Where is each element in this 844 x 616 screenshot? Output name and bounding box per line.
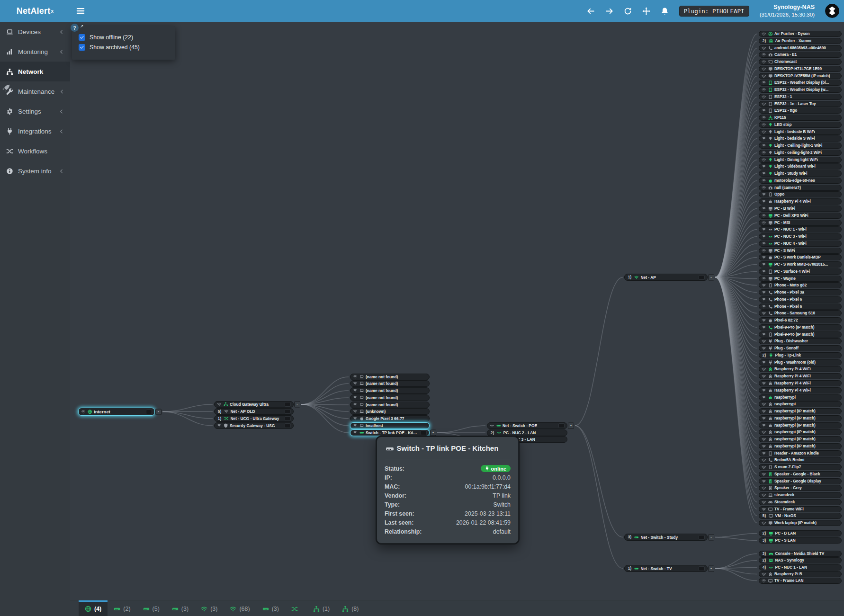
device-node[interactable]: null (camera?) — [759, 185, 842, 191]
device-node[interactable]: Raspberry Pi 4 WiFi — [759, 198, 842, 205]
device-node[interactable]: 3)Console - Nvidia Shield TV — [759, 551, 842, 557]
bell-icon[interactable] — [661, 7, 669, 15]
device-node[interactable]: Speaker - Grey — [759, 485, 842, 491]
device-node[interactable]: 3)Net - Switch - Study- — [624, 534, 708, 541]
device-node[interactable]: DESKTOP-H71L7GE 1E99 — [759, 66, 842, 72]
device-node[interactable]: 2)Air Purifier - Xiaomi — [759, 38, 842, 44]
device-node[interactable]: Speaker - Google - Black — [759, 471, 842, 477]
device-node[interactable]: 1)Net - AP- — [624, 274, 708, 281]
subnet-tab-lan-9[interactable]: (8) — [336, 600, 365, 616]
subnet-tab-switch-1[interactable]: (2) — [108, 600, 136, 616]
sidebar-item-monitoring[interactable]: Monitoring — [0, 42, 70, 62]
filter-checkbox-row[interactable]: Show offline (22) — [79, 34, 170, 41]
device-node[interactable]: steamdeck — [759, 492, 842, 498]
device-node[interactable]: Internet- — [78, 408, 155, 416]
collapse-button[interactable]: - — [708, 565, 714, 571]
subnet-tab-shuffle-7[interactable] — [285, 600, 307, 616]
device-node[interactable]: Light - bedside S WiFi — [759, 135, 842, 142]
device-node[interactable]: Light - bedside B WiFi — [759, 129, 842, 135]
device-node[interactable]: Work laptop (IP match) — [759, 520, 842, 526]
refresh-icon[interactable] — [624, 7, 632, 15]
subnet-tab-lan-8[interactable]: (1) — [307, 600, 336, 616]
device-node[interactable]: TV - Frame WiFi — [759, 506, 842, 512]
device-node[interactable]: Chromecast — [759, 59, 842, 65]
collapse-button[interactable]: - — [708, 274, 714, 280]
arrow-left-icon[interactable] — [587, 7, 595, 15]
collapse-button[interactable]: - — [568, 423, 574, 429]
device-node[interactable]: Phone - Pixel 6 — [759, 304, 842, 310]
subnet-tab-switch-6[interactable]: (3) — [256, 600, 285, 616]
device-node[interactable]: 1)Net - UCG - Ultra Gateway — [214, 415, 294, 422]
device-node[interactable]: ESP32 - Weather Display (w... — [759, 87, 842, 93]
device-node[interactable]: raspberrypi (IP match) — [759, 443, 842, 449]
hamburger-menu-icon[interactable] — [76, 6, 85, 16]
device-node[interactable]: Speaker - Google Display — [759, 478, 842, 484]
device-node[interactable]: Light - ceiling-light-2 WiFi — [759, 150, 842, 156]
user-avatar[interactable] — [825, 4, 839, 18]
device-node[interactable]: ESP32 - 1 — [759, 94, 842, 100]
collapse-button[interactable]: - — [155, 409, 162, 415]
device-node[interactable]: Cloud Gateway Ultra- — [214, 401, 294, 408]
device-node[interactable]: 2)NAS - Synology — [759, 557, 842, 563]
device-node[interactable]: motorola-edge-50-neo — [759, 178, 842, 184]
collapse-button[interactable]: - — [294, 402, 300, 408]
checkbox-checked-icon[interactable] — [79, 44, 85, 51]
device-node[interactable]: raspberrypi (IP match) — [759, 422, 842, 429]
device-node[interactable]: ESP32 - 1n - Laser Toy — [759, 101, 842, 107]
device-node[interactable]: Net - Switch - POE- — [487, 422, 567, 429]
device-node[interactable]: Raspberry Pi B — [759, 571, 842, 577]
device-node[interactable]: Phone - Pixel 6 — [759, 296, 842, 303]
device-node[interactable]: Steamdeck — [759, 499, 842, 505]
device-node[interactable]: S mum Z-Flip7 — [759, 464, 842, 470]
help-icon[interactable]: ? — [71, 24, 79, 32]
device-node[interactable]: KP115 — [759, 115, 842, 121]
device-node[interactable]: PC - B WiFi — [759, 205, 842, 212]
device-node[interactable]: Switch - TP link POE - Kitchen- — [350, 429, 430, 436]
device-node[interactable]: Raspberry Pi 4 WiFi — [759, 373, 842, 379]
device-node[interactable]: LED strip — [759, 122, 842, 128]
device-node[interactable]: (unknown) — [350, 408, 430, 415]
device-node[interactable]: Plug - Sonoff — [759, 345, 842, 351]
device-node[interactable]: raspberrypi — [759, 394, 842, 401]
device-node[interactable]: Light - Ceiling-light-1 WiFi — [759, 143, 842, 149]
move-icon[interactable] — [642, 7, 650, 15]
device-node[interactable]: Pixel-6 82:72 — [759, 317, 842, 323]
device-node[interactable]: PC - NUC 4 - WiFi — [759, 241, 842, 247]
device-node[interactable]: Google Pixel 3 66:77 — [350, 415, 430, 422]
device-node[interactable]: raspberrypi (IP match) — [759, 408, 842, 414]
device-node[interactable]: Security Gateway - USG — [214, 422, 294, 429]
sidebar-item-maintenance[interactable]: Maintenance — [0, 81, 70, 101]
filter-checkbox-row[interactable]: Show archived (45) — [79, 44, 170, 51]
device-node[interactable]: localhost — [350, 422, 430, 429]
device-node[interactable]: Camera - E1 — [759, 52, 842, 58]
device-node[interactable]: Redmi5A-Redmi — [759, 457, 842, 463]
device-node[interactable]: Plug - Dishwasher — [759, 338, 842, 344]
subnet-tab-wifi-5[interactable]: (68) — [224, 600, 256, 616]
device-node[interactable]: 4)PC - NUC 1 - LAN — [759, 564, 842, 571]
device-node[interactable]: Air Purifier - Dyson — [759, 31, 842, 37]
device-node[interactable]: raspberrypi (IP match) — [759, 436, 842, 442]
device-node[interactable]: 2)PC - NUC 2 - LAN — [487, 429, 567, 436]
sidebar-item-workflows[interactable]: Workflows — [0, 141, 70, 161]
sidebar-item-network[interactable]: Network — [0, 62, 70, 81]
device-node[interactable]: android-68608b93-a00e4690 — [759, 45, 842, 51]
sidebar-item-system-info[interactable]: System info — [0, 161, 70, 181]
rocket-icon[interactable] — [2, 84, 10, 92]
device-node[interactable]: (name not found) — [350, 402, 430, 408]
device-node[interactable]: Light - Sideboard WiFi — [759, 163, 842, 170]
device-node[interactable]: 2)PC - B LAN — [759, 530, 842, 536]
plugin-status-badge[interactable]: Plugin: PIHOLEAPI — [679, 6, 749, 17]
sidebar-item-devices[interactable]: Devices — [0, 22, 70, 42]
device-node[interactable]: 5)Net - AP OLD — [214, 408, 294, 415]
device-node[interactable]: PC - Wayne — [759, 276, 842, 282]
subnet-tab-globe-0[interactable]: (4) — [79, 600, 108, 616]
device-node[interactable]: ESP32 - ttgo — [759, 107, 842, 114]
device-node[interactable]: PC - Dell XPS WiFi — [759, 213, 842, 219]
device-node[interactable]: PC - S work Daniels-MBP — [759, 254, 842, 260]
device-node[interactable]: Raspberry Pi 4 WiFi — [759, 380, 842, 386]
device-node[interactable]: 5)VM - NixOS — [759, 513, 842, 519]
device-node[interactable]: 2)Plug - Tp-Link — [759, 352, 842, 358]
device-node[interactable]: (name not found) — [350, 387, 430, 394]
device-node[interactable]: PC - S WiFi — [759, 248, 842, 254]
external-link-icon[interactable]: ↗ — [80, 24, 84, 28]
